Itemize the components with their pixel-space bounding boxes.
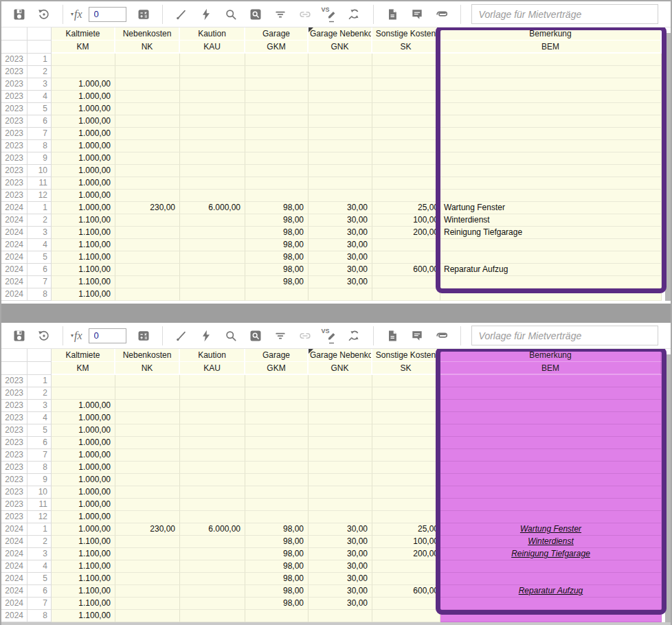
column-code-km[interactable]: KM [52, 362, 115, 375]
search-refresh-button[interactable] [346, 5, 363, 23]
cell-km[interactable]: 1.100,00 [52, 276, 115, 288]
document-button[interactable] [383, 327, 401, 345]
cell-gnk[interactable] [309, 66, 372, 78]
cell-nk[interactable] [115, 103, 180, 115]
cell-gkm[interactable]: 98,00 [245, 251, 309, 264]
cell-gkm[interactable] [245, 103, 309, 115]
cell-km[interactable]: 1.000,00 [52, 202, 115, 214]
cell-gkm[interactable] [245, 190, 309, 202]
search-in-cell-button[interactable] [247, 327, 265, 345]
cell-bem[interactable] [440, 437, 662, 449]
row-header-year[interactable]: 2024 [1, 239, 27, 251]
row-header-year[interactable]: 2023 [1, 165, 27, 177]
comment-button[interactable] [408, 327, 426, 345]
cell-kau[interactable] [180, 610, 245, 622]
cell-sk[interactable] [372, 66, 440, 78]
cell-bem[interactable] [440, 400, 662, 412]
cell-gkm[interactable] [245, 387, 309, 400]
row-header-year[interactable]: 2023 [1, 190, 27, 202]
comment-button[interactable] [408, 5, 426, 23]
cell-nk[interactable] [115, 190, 180, 202]
cell-gkm[interactable] [245, 128, 309, 140]
search-button[interactable] [222, 5, 240, 23]
cell-nk[interactable] [115, 239, 180, 251]
cell-sk[interactable] [372, 165, 440, 177]
cell-gkm[interactable]: 98,00 [245, 536, 309, 548]
cell-kau[interactable] [180, 91, 245, 103]
row-header-month[interactable]: 10 [27, 165, 52, 177]
cell-bem[interactable] [440, 511, 662, 523]
cell-sk[interactable] [372, 103, 440, 115]
vertical-scrollbar[interactable] [665, 33, 671, 301]
row-header-month[interactable]: 3 [27, 227, 52, 239]
cell-bem[interactable]: Wartung Fenster [440, 202, 662, 214]
undo-history-button[interactable] [35, 327, 53, 345]
cell-kau[interactable] [180, 264, 245, 276]
cell-nk[interactable] [115, 598, 180, 610]
cell-bem[interactable] [440, 152, 662, 165]
cell-gnk[interactable] [309, 610, 372, 622]
row-header-month[interactable]: 11 [27, 499, 52, 511]
lightning-button[interactable] [197, 5, 215, 23]
column-title-bem[interactable]: Bemerkung [440, 27, 662, 41]
cell-value-input[interactable] [89, 7, 126, 22]
cell-gkm[interactable] [245, 610, 309, 622]
filter-button[interactable] [271, 327, 289, 345]
column-title-kau[interactable]: Kaution [180, 349, 245, 362]
cell-sk[interactable]: 200,00 [372, 548, 440, 560]
cell-km[interactable]: 1.000,00 [52, 474, 115, 486]
column-code-sk[interactable]: SK [372, 362, 440, 375]
row-header-year[interactable]: 2024 [1, 276, 27, 288]
cell-nk[interactable] [115, 227, 180, 239]
cell-gkm[interactable] [245, 375, 309, 387]
row-header-month[interactable]: 8 [27, 288, 52, 301]
cell-km[interactable]: 1.000,00 [52, 400, 115, 412]
cell-kau[interactable] [180, 437, 245, 449]
cell-km[interactable]: 1.000,00 [52, 165, 115, 177]
cell-gkm[interactable] [245, 78, 309, 91]
row-header-month[interactable]: 8 [27, 140, 52, 152]
cell-km[interactable] [52, 375, 115, 387]
cell-bem[interactable] [440, 177, 662, 190]
cell-nk[interactable] [115, 387, 180, 400]
cell-nk[interactable] [115, 511, 180, 523]
cell-nk[interactable] [115, 474, 180, 486]
cell-sk[interactable]: 25,00 [372, 202, 440, 214]
cell-nk[interactable] [115, 91, 180, 103]
cell-gnk[interactable] [309, 288, 372, 301]
column-title-sk[interactable]: Sonstige Kosten [372, 27, 440, 41]
column-code-sk[interactable]: SK [372, 41, 440, 54]
row-header-month[interactable]: 4 [27, 560, 52, 573]
cell-nk[interactable] [115, 375, 180, 387]
cell-gnk[interactable] [309, 462, 372, 474]
cell-gkm[interactable] [245, 91, 309, 103]
cell-bem[interactable] [440, 140, 662, 152]
cell-nk[interactable] [115, 610, 180, 622]
cell-nk[interactable] [115, 251, 180, 264]
row-header-year[interactable]: 2023 [1, 437, 27, 449]
cell-bem[interactable]: Wartung Fenster [440, 523, 662, 536]
column-title-gnk[interactable]: Garage Nebenkosten [309, 27, 372, 41]
row-header-year[interactable]: 2023 [1, 177, 27, 190]
cell-km[interactable]: 1.000,00 [52, 78, 115, 91]
cell-kau[interactable] [180, 276, 245, 288]
row-header-month[interactable]: 9 [27, 152, 52, 165]
row-header-month[interactable]: 3 [27, 548, 52, 560]
cell-nk[interactable] [115, 585, 180, 598]
cell-km[interactable]: 1.100,00 [52, 227, 115, 239]
row-header-year[interactable]: 2023 [1, 140, 27, 152]
save-button[interactable] [10, 5, 28, 23]
row-header-year[interactable]: 2023 [1, 115, 27, 128]
cell-bem[interactable]: Reinigung Tiefgarage [440, 227, 662, 239]
cell-bem[interactable] [440, 190, 662, 202]
cell-gnk[interactable]: 30,00 [309, 202, 372, 214]
column-code-gkm[interactable]: GKM [245, 41, 309, 54]
cell-gnk[interactable]: 30,00 [309, 573, 372, 585]
cell-nk[interactable] [115, 560, 180, 573]
row-header-month[interactable]: 5 [27, 251, 52, 264]
column-code-kau[interactable]: KAU [180, 362, 245, 375]
row-header-month[interactable]: 5 [27, 424, 52, 437]
row-header-month[interactable]: 3 [27, 78, 52, 91]
cell-km[interactable]: 1.000,00 [52, 462, 115, 474]
cell-gkm[interactable] [245, 474, 309, 486]
